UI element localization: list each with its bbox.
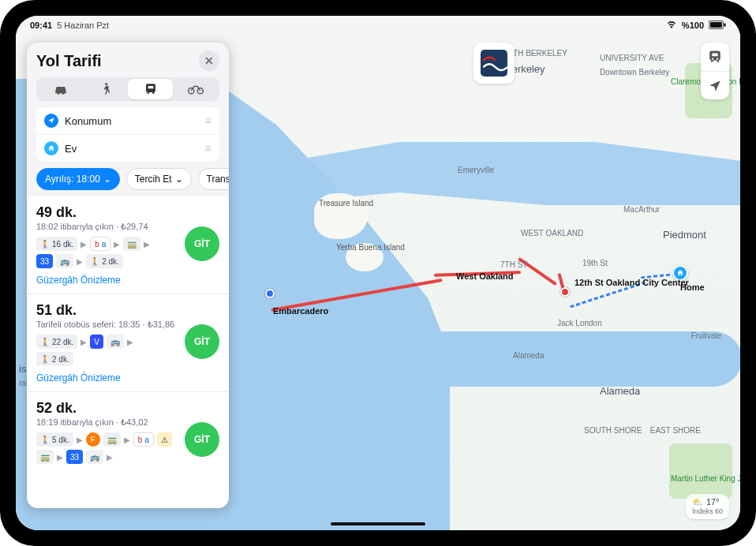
- go-button[interactable]: GİT: [185, 324, 219, 359]
- map-label: 12th St Oakland City Center: [574, 278, 653, 287]
- chevron-down-icon: ⌄: [103, 174, 111, 185]
- depart-time-button[interactable]: Ayrılış: 18:00 ⌄: [36, 168, 120, 190]
- go-button[interactable]: GİT: [185, 422, 219, 457]
- alert-step: ⚠: [157, 432, 172, 447]
- tram-step: 🚃: [103, 432, 121, 447]
- to-location-row[interactable]: Ev ≡: [36, 134, 219, 162]
- svg-point-4: [105, 83, 107, 85]
- map-label: Alameda: [600, 385, 640, 397]
- battery-icon: [709, 21, 726, 31]
- home-indicator[interactable]: [331, 522, 425, 525]
- go-button[interactable]: GİT: [185, 226, 219, 261]
- location-rows: Konumum ≡ Ev ≡: [36, 107, 219, 162]
- map-label: Fruitvale: [691, 331, 721, 340]
- bus-step: 33: [36, 254, 53, 268]
- map-label: SOUTH SHORE: [584, 426, 642, 435]
- chevron-down-icon: ⌄: [175, 174, 183, 185]
- pin-transfer[interactable]: [560, 287, 570, 297]
- map-label: Emeryville: [458, 166, 494, 174]
- to-label: Ev: [65, 143, 77, 155]
- close-button[interactable]: ✕: [199, 50, 219, 71]
- arrow-icon: ▶: [124, 436, 130, 444]
- map-label: EAST SHORE: [650, 426, 701, 435]
- route-duration: 52 dk.: [36, 400, 219, 417]
- weather-index: İndeks 60: [692, 507, 723, 516]
- prefer-button[interactable]: Tercih Et ⌄: [126, 168, 192, 190]
- route-preview-link[interactable]: Güzergâh Önizleme: [36, 275, 219, 286]
- mode-transit[interactable]: [128, 79, 173, 99]
- map-label-embarcadero: Embarcadero: [273, 306, 328, 316]
- transit-card-button[interactable]: Transit Ca: [198, 168, 229, 190]
- map-label: 19th St: [582, 259, 608, 267]
- arrow-icon: ▶: [80, 240, 87, 249]
- mode-walk[interactable]: [83, 79, 128, 99]
- line-f-step: F: [86, 432, 100, 447]
- depart-label: Ayrılış: 18:00: [45, 174, 100, 185]
- svg-rect-1: [710, 22, 722, 28]
- map-label: Downtown Berkeley: [600, 68, 669, 77]
- arrow-icon: ▶: [57, 453, 63, 462]
- map-label: WEST OAKLAND: [521, 229, 583, 237]
- route-option[interactable]: 49 dk. 18:02 itibarıyla çıkın · ₺29,74 🚶…: [27, 196, 229, 294]
- bart-step: ba: [90, 237, 110, 251]
- map-label: Yerba Buena Island: [336, 243, 405, 252]
- arrow-icon: ▶: [107, 453, 113, 462]
- svg-rect-2: [724, 23, 725, 26]
- walk-step: 🚶2 dk.: [86, 254, 123, 268]
- tram-step: 🚃: [36, 450, 54, 464]
- home-icon: [44, 141, 58, 155]
- map-label-westoak: West Oakland: [456, 271, 514, 281]
- close-icon: ✕: [204, 54, 214, 67]
- weather-icon: ⛅: [692, 497, 703, 507]
- date: 5 Haziran Pzt: [57, 21, 109, 30]
- bus-step: V: [90, 335, 103, 349]
- transport-mode-segmented: [36, 77, 219, 101]
- map-label: UNIVERSITY AVE: [600, 54, 664, 62]
- transit-brand-badge[interactable]: [473, 43, 515, 84]
- svg-rect-3: [481, 50, 507, 77]
- weather-temp: 17°: [706, 497, 720, 507]
- reorder-handle-icon[interactable]: ≡: [205, 142, 211, 155]
- svg-point-5: [188, 88, 193, 94]
- tram-step: 🚃: [123, 237, 140, 251]
- reorder-handle-icon[interactable]: ≡: [205, 114, 211, 127]
- route-option[interactable]: 51 dk. Tarifeli otobüs seferi: 18:35 · ₺…: [27, 294, 229, 392]
- arrow-icon: ▶: [77, 257, 83, 266]
- directions-panel: Yol Tarifi ✕: [27, 43, 229, 508]
- map-label-home: Home: [680, 282, 705, 292]
- route-list: 49 dk. 18:02 itibarıyla çıkın · ₺29,74 🚶…: [27, 196, 229, 508]
- walk-step: 🚶16 dk.: [36, 237, 77, 251]
- map-label: Piedmont: [663, 229, 706, 241]
- arrow-icon: ▶: [144, 240, 150, 249]
- route-duration: 51 dk.: [36, 302, 219, 319]
- arrow-icon: ▶: [127, 338, 133, 346]
- mode-drive[interactable]: [38, 79, 83, 99]
- arrow-icon: ▶: [77, 436, 83, 444]
- route-preview-link[interactable]: Güzergâh Önizleme: [36, 372, 219, 383]
- map-label: Alameda: [513, 351, 544, 360]
- arrow-icon: ▶: [80, 338, 87, 346]
- mode-cycle[interactable]: [173, 79, 218, 99]
- walk-step: 🚶22 dk.: [36, 335, 77, 349]
- map-label: Jack London: [557, 319, 602, 327]
- walk-step: 🚶5 dk.: [36, 432, 73, 447]
- map-label: 7TH ST: [500, 260, 527, 269]
- route-option[interactable]: 52 dk. 18:19 itibarıyla çıkın · ₺43,02 🚶…: [27, 392, 229, 472]
- current-location-icon: [44, 114, 58, 128]
- map-label: MacArthur: [623, 205, 660, 214]
- pin-start[interactable]: [265, 289, 275, 298]
- weather-chip[interactable]: ⛅ 17° İndeks 60: [686, 494, 729, 519]
- transit-layer-button[interactable]: [701, 43, 729, 71]
- arrow-icon: ▶: [114, 240, 120, 249]
- options-row: Ayrılış: 18:00 ⌄ Tercih Et ⌄ Transit Ca: [36, 168, 229, 190]
- walk-step: 🚶2 dk.: [36, 352, 73, 366]
- from-label: Konumum: [65, 115, 111, 127]
- clock: 09:41: [30, 21, 52, 30]
- from-location-row[interactable]: Konumum ≡: [36, 107, 219, 134]
- map-controls: [701, 43, 729, 99]
- wifi-icon: [666, 21, 677, 30]
- prefer-label: Tercih Et: [135, 174, 172, 185]
- route-duration: 49 dk.: [36, 204, 219, 221]
- bus-icon-step: 🚌: [107, 335, 124, 349]
- locate-me-button[interactable]: [701, 71, 729, 99]
